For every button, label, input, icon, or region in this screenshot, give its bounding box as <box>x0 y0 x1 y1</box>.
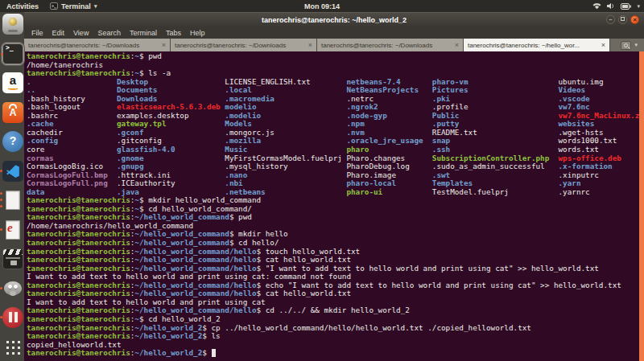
maximize-button[interactable] <box>618 15 627 24</box>
tab-close-icon[interactable]: × <box>601 41 605 49</box>
ubuntu-software-icon[interactable]: A <box>2 102 23 123</box>
running-indicator-dot <box>0 170 2 172</box>
title-bar[interactable]: tanerochris@tanerochris: ~/hello_world_2… <box>24 12 644 27</box>
menu-help[interactable]: Help <box>190 29 205 37</box>
running-indicator-dot <box>0 199 2 201</box>
terminal-cursor <box>212 349 217 357</box>
running-indicator-dot <box>0 228 2 231</box>
focused-app-menu[interactable]: >_ Terminal ▾ <box>50 2 97 10</box>
tab-label: tanerochris@tanerochris: ~/Downloads <box>175 42 306 49</box>
running-indicator-dot <box>1 53 3 55</box>
terminal-scrollbar[interactable] <box>639 51 644 361</box>
terminal-window: tanerochris@tanerochris: ~/hello_world_2… <box>24 12 644 361</box>
clock[interactable]: Mon 09:14 <box>304 2 340 10</box>
activities-button[interactable]: Activities <box>6 2 39 10</box>
vscode-icon[interactable] <box>2 161 23 182</box>
menu-terminal[interactable]: Terminal <box>130 29 157 37</box>
terminal-output[interactable]: tanerochris@tanerochris:~$ pwd/home/tane… <box>24 51 644 361</box>
wifi-icon <box>592 2 601 10</box>
terminal-icon[interactable]: >_ <box>2 43 23 64</box>
tab-label: tanerochris@tanerochris: ~/Downloads <box>321 42 452 49</box>
tab-bar-controls: ▾ <box>610 39 644 51</box>
menu-bar: FileEditViewSearchTerminalTabsHelp <box>24 27 644 39</box>
tab-list-caret-icon[interactable]: ▾ <box>634 42 638 48</box>
top-bar: Activities >_ Terminal ▾ Mon 09:14 ▾ <box>0 0 644 12</box>
tab-close-icon[interactable]: × <box>162 41 166 49</box>
prompt-line: tanerochris@tanerochris:~$ pwd <box>27 52 644 61</box>
search-button[interactable] <box>621 41 631 50</box>
menu-tabs[interactable]: Tabs <box>166 29 181 37</box>
window-title: tanerochris@tanerochris: ~/hello_world_2 <box>262 16 407 24</box>
tab-bar: tanerochris@tanerochris: ~/Downloads×tan… <box>24 39 644 51</box>
system-tray[interactable]: ▾ <box>592 2 640 10</box>
running-indicator-dot <box>0 316 2 318</box>
running-indicator-dot <box>0 287 2 289</box>
tab-1[interactable]: tanerochris@tanerochris: ~/Downloads× <box>24 39 171 51</box>
battery-icon <box>621 3 631 10</box>
running-indicator-dot <box>0 205 2 207</box>
amazon-icon[interactable]: a <box>2 72 23 93</box>
video-editor-icon[interactable] <box>2 248 23 269</box>
tab-4[interactable]: tanerochris@tanerochris: ~/hello_wor...× <box>464 39 610 51</box>
tab-close-icon[interactable]: × <box>308 41 312 49</box>
menu-search[interactable]: Search <box>97 29 121 37</box>
document-app-icon[interactable] <box>2 190 23 211</box>
tab-close-icon[interactable]: × <box>455 41 459 49</box>
tab-3[interactable]: tanerochris@tanerochris: ~/Downloads× <box>317 39 464 51</box>
show-applications-icon[interactable] <box>2 337 23 358</box>
webcam-app-icon[interactable] <box>2 14 23 35</box>
recorder-pause-icon[interactable] <box>2 307 23 328</box>
volume-icon <box>607 2 615 10</box>
menu-view[interactable]: View <box>73 29 89 37</box>
help-icon[interactable]: ? <box>2 131 23 152</box>
tab-label: tanerochris@tanerochris: ~/hello_wor... <box>468 42 599 49</box>
menu-edit[interactable]: Edit <box>52 29 65 37</box>
close-button[interactable]: × <box>630 15 639 24</box>
running-indicator-dot <box>0 192 2 195</box>
prompt-line: tanerochris@tanerochris:~/hello_world_2$ <box>27 349 644 358</box>
window-controls: − × <box>606 15 639 24</box>
tab-label: tanerochris@tanerochris: ~/Downloads <box>28 42 159 49</box>
e-document-app-icon[interactable]: e <box>2 219 23 240</box>
minimize-button[interactable]: − <box>606 15 615 24</box>
menu-file[interactable]: File <box>31 29 43 37</box>
tab-2[interactable]: tanerochris@tanerochris: ~/Downloads× <box>171 39 317 51</box>
focused-app-label: Terminal <box>61 2 91 10</box>
dock: >_aA?e <box>0 12 24 361</box>
caret-down-icon: ▾ <box>94 3 97 10</box>
gimp-icon[interactable] <box>2 278 23 299</box>
terminal-mini-icon: >_ <box>50 2 58 10</box>
caret-down-icon: ▾ <box>637 3 640 10</box>
